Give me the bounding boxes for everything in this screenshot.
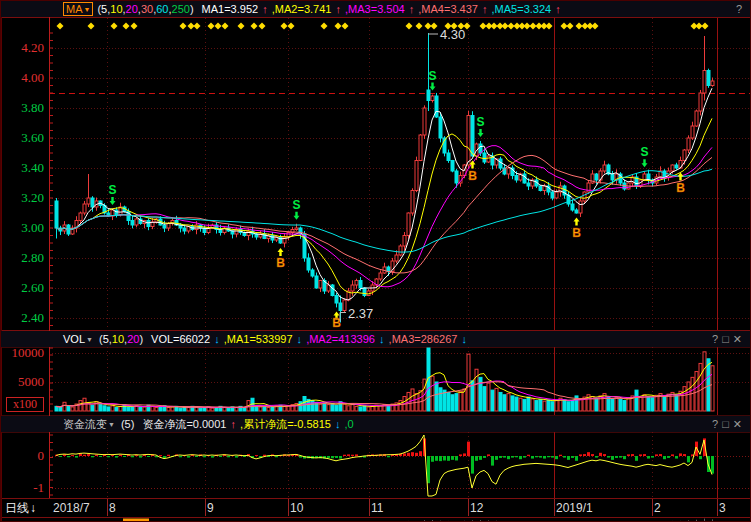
arrow-down-icon: ↓	[30, 501, 36, 515]
date-axis-label: 2	[654, 499, 661, 517]
volume-bar	[159, 407, 162, 411]
candle	[687, 138, 690, 150]
diamond-icon	[431, 23, 438, 30]
volume-bar	[607, 397, 610, 411]
arrow-up-icon: ↑	[227, 418, 239, 430]
diamond-icon	[425, 23, 432, 30]
volume-bar	[431, 376, 434, 411]
volume-bar	[567, 402, 570, 411]
ma-indicator-dropdown[interactable]: MA▼	[63, 2, 93, 16]
volume-bar	[347, 406, 350, 411]
main-indicator-header: MA▼(5,10,20,30,60,250)MA1=3.952 ↑ ,MA2=3…	[1, 1, 751, 17]
diamond-icon	[288, 23, 295, 30]
diamond-icon	[321, 23, 328, 30]
legend-item: ,MA5=3.324	[492, 3, 552, 15]
diamond-icon	[592, 23, 599, 30]
paren: )	[190, 3, 194, 15]
flow-bar	[575, 456, 578, 461]
candle	[399, 246, 402, 255]
candle	[355, 281, 358, 286]
flow-axis-label: 0	[4, 449, 44, 463]
price-axis-label: 3.40	[4, 161, 44, 175]
volume-bar	[683, 387, 686, 411]
diamond-icon	[491, 23, 498, 30]
flow-legend: 资金净流=0.0001 ↑ ,累计净流=-0.5815 ↓ ,0	[142, 418, 353, 430]
chart-canvas[interactable]: SBSBSBSBSB4.302.37	[1, 1, 751, 522]
flow-indicator-dropdown[interactable]: 资金流变▼	[63, 418, 115, 430]
ma-params: (5,10,20,30,60,250)	[97, 3, 193, 15]
volume-bar	[179, 408, 182, 411]
flow-bar	[139, 456, 142, 458]
flow-bar	[591, 454, 594, 456]
flow-bar	[91, 456, 94, 457]
flow-bar	[495, 456, 498, 460]
flow-bar	[563, 456, 566, 458]
maximize-icon[interactable]: □	[722, 333, 733, 345]
flow-bar	[339, 456, 342, 459]
flow-bar	[107, 456, 110, 457]
volume-bar	[663, 396, 666, 411]
diamond-icon	[88, 23, 95, 30]
flow-bar	[443, 456, 446, 460]
volume-bar	[199, 408, 202, 411]
buy-arrow-icon	[574, 218, 580, 226]
flow-bar	[131, 456, 134, 457]
flow-bar	[559, 455, 562, 456]
help-icon[interactable]: ?	[712, 418, 722, 430]
flow-bar	[663, 456, 666, 459]
volume-bar	[543, 401, 546, 411]
flow-bar	[675, 456, 678, 459]
volume-bar	[699, 363, 702, 411]
volume-bar	[171, 407, 174, 411]
candle	[331, 285, 334, 296]
candle	[663, 171, 666, 177]
candle	[411, 191, 414, 214]
moneyflow-bars	[55, 438, 714, 483]
close-icon[interactable]: ✕	[733, 418, 746, 430]
candle	[699, 93, 702, 111]
volume-bar	[59, 408, 62, 411]
flow-bar	[343, 455, 346, 456]
flow-bar	[507, 456, 510, 459]
diamond-icon	[281, 23, 288, 30]
volume-axis-label: 5000	[4, 375, 44, 389]
diamond-icon	[524, 23, 531, 30]
flow-bar	[203, 456, 206, 457]
maximize-icon[interactable]: □	[722, 418, 733, 430]
flow-bar	[535, 456, 538, 457]
thumbnail-highlight[interactable]	[123, 519, 149, 522]
candle	[307, 258, 310, 270]
diamond-icon	[406, 23, 413, 30]
flow-bar	[683, 454, 686, 456]
flow-bar	[111, 455, 114, 456]
volume-bar	[143, 407, 146, 411]
candle	[55, 201, 58, 228]
volume-bar	[539, 399, 542, 411]
price-annotations: 4.302.37	[340, 27, 465, 321]
help-icon[interactable]: ?	[712, 333, 722, 345]
volume-bar	[119, 406, 122, 411]
flow-bar	[623, 456, 626, 459]
volume-bar	[483, 387, 486, 411]
flow-bar	[635, 456, 638, 461]
flow-bar	[415, 453, 418, 456]
candle	[163, 225, 166, 228]
flow-bar	[607, 456, 610, 458]
help-icon[interactable]: ?	[736, 3, 746, 15]
period-selector[interactable]: 日线↓	[5, 499, 37, 517]
vol-indicator-dropdown[interactable]: VOL▼	[63, 333, 93, 345]
volume-bars	[55, 348, 714, 411]
volume-bar	[379, 406, 382, 411]
flow-bar	[403, 453, 406, 456]
sell-signal-label: S	[108, 183, 116, 197]
main-pane-icons: ?	[736, 1, 746, 17]
flow-bar	[163, 456, 166, 458]
flow-bar	[255, 455, 258, 456]
close-icon[interactable]: ✕	[733, 333, 746, 345]
volume-bar	[495, 388, 498, 411]
candle	[423, 108, 426, 135]
volume-bar	[155, 408, 158, 411]
flow-bar	[451, 456, 454, 460]
vol-params: (5,10,20)	[99, 333, 143, 345]
period-label: 日线	[5, 501, 29, 515]
